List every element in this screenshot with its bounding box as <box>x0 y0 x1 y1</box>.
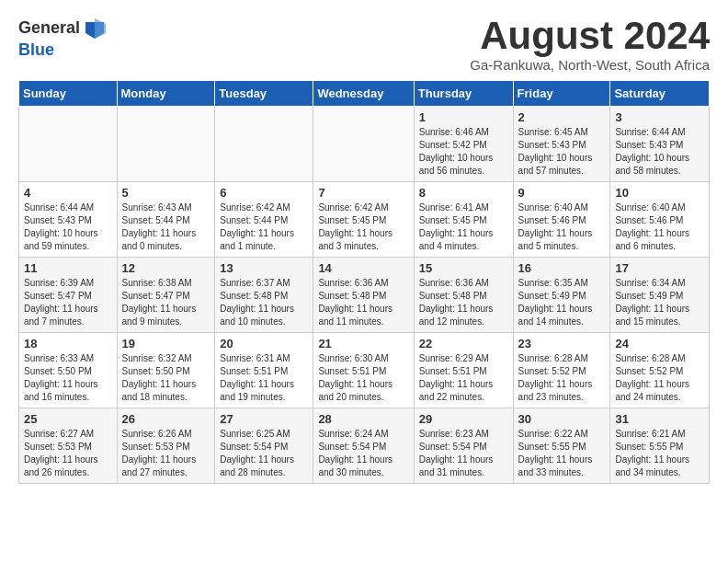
calendar-cell: 23Sunrise: 6:28 AM Sunset: 5:52 PM Dayli… <box>513 333 610 408</box>
calendar-cell: 18Sunrise: 6:33 AM Sunset: 5:50 PM Dayli… <box>19 333 118 408</box>
calendar-week-row: 1Sunrise: 6:46 AM Sunset: 5:42 PM Daylig… <box>19 107 710 182</box>
calendar-cell <box>313 107 414 182</box>
calendar-cell: 1Sunrise: 6:46 AM Sunset: 5:42 PM Daylig… <box>414 107 513 182</box>
day-info: Sunrise: 6:32 AM Sunset: 5:50 PM Dayligh… <box>122 352 210 404</box>
calendar-cell: 17Sunrise: 6:34 AM Sunset: 5:49 PM Dayli… <box>610 258 710 333</box>
calendar-cell <box>19 107 118 182</box>
day-number: 29 <box>419 412 508 426</box>
calendar-cell: 14Sunrise: 6:36 AM Sunset: 5:48 PM Dayli… <box>313 258 414 333</box>
calendar-cell: 2Sunrise: 6:45 AM Sunset: 5:43 PM Daylig… <box>513 107 610 182</box>
calendar-cell: 12Sunrise: 6:38 AM Sunset: 5:47 PM Dayli… <box>117 258 215 333</box>
calendar-cell: 28Sunrise: 6:24 AM Sunset: 5:54 PM Dayli… <box>313 408 414 484</box>
day-info: Sunrise: 6:42 AM Sunset: 5:45 PM Dayligh… <box>318 201 408 253</box>
day-info: Sunrise: 6:43 AM Sunset: 5:44 PM Dayligh… <box>122 201 210 253</box>
logo: General Blue <box>18 15 108 60</box>
page-header: General Blue August 2024 Ga-Rankuwa, Nor… <box>18 15 710 73</box>
logo-blue: Blue <box>18 40 54 60</box>
day-info: Sunrise: 6:34 AM Sunset: 5:49 PM Dayligh… <box>615 277 704 328</box>
calendar-cell: 19Sunrise: 6:32 AM Sunset: 5:50 PM Dayli… <box>117 333 215 408</box>
day-number: 18 <box>24 337 112 350</box>
calendar-cell: 9Sunrise: 6:40 AM Sunset: 5:46 PM Daylig… <box>513 182 610 258</box>
calendar-cell: 10Sunrise: 6:40 AM Sunset: 5:46 PM Dayli… <box>610 182 710 258</box>
day-number: 16 <box>518 261 606 275</box>
day-info: Sunrise: 6:23 AM Sunset: 5:54 PM Dayligh… <box>419 428 508 479</box>
calendar-table: SundayMondayTuesdayWednesdayThursdayFrid… <box>18 80 710 484</box>
calendar-cell: 16Sunrise: 6:35 AM Sunset: 5:49 PM Dayli… <box>513 258 610 333</box>
day-number: 15 <box>419 261 508 275</box>
day-info: Sunrise: 6:36 AM Sunset: 5:48 PM Dayligh… <box>419 277 508 328</box>
calendar-cell: 31Sunrise: 6:21 AM Sunset: 5:55 PM Dayli… <box>610 408 710 484</box>
calendar-cell: 21Sunrise: 6:30 AM Sunset: 5:51 PM Dayli… <box>313 333 414 408</box>
day-info: Sunrise: 6:44 AM Sunset: 5:43 PM Dayligh… <box>24 201 112 253</box>
calendar-cell: 20Sunrise: 6:31 AM Sunset: 5:51 PM Dayli… <box>215 333 313 408</box>
day-number: 14 <box>318 261 408 275</box>
day-number: 6 <box>220 186 308 200</box>
calendar-header-row: SundayMondayTuesdayWednesdayThursdayFrid… <box>19 81 710 107</box>
header-saturday: Saturday <box>610 81 710 107</box>
calendar-cell: 6Sunrise: 6:42 AM Sunset: 5:44 PM Daylig… <box>215 182 313 258</box>
day-info: Sunrise: 6:35 AM Sunset: 5:49 PM Dayligh… <box>518 277 606 328</box>
header-thursday: Thursday <box>414 81 513 107</box>
day-info: Sunrise: 6:22 AM Sunset: 5:55 PM Dayligh… <box>518 428 606 479</box>
day-info: Sunrise: 6:40 AM Sunset: 5:46 PM Dayligh… <box>615 201 704 253</box>
logo-general: General <box>18 18 80 38</box>
day-number: 12 <box>122 261 210 275</box>
day-info: Sunrise: 6:26 AM Sunset: 5:53 PM Dayligh… <box>122 428 210 479</box>
day-info: Sunrise: 6:28 AM Sunset: 5:52 PM Dayligh… <box>615 352 704 404</box>
day-info: Sunrise: 6:46 AM Sunset: 5:42 PM Dayligh… <box>419 126 508 178</box>
logo-icon <box>82 15 108 40</box>
day-number: 20 <box>220 337 308 350</box>
day-info: Sunrise: 6:33 AM Sunset: 5:50 PM Dayligh… <box>24 352 112 404</box>
day-info: Sunrise: 6:37 AM Sunset: 5:48 PM Dayligh… <box>220 277 308 328</box>
day-number: 1 <box>419 110 508 124</box>
day-number: 9 <box>518 186 606 200</box>
day-number: 13 <box>220 261 308 275</box>
calendar-cell <box>215 107 313 182</box>
header-tuesday: Tuesday <box>215 81 313 107</box>
day-number: 10 <box>615 186 704 200</box>
calendar-cell: 15Sunrise: 6:36 AM Sunset: 5:48 PM Dayli… <box>414 258 513 333</box>
calendar-week-row: 11Sunrise: 6:39 AM Sunset: 5:47 PM Dayli… <box>19 258 710 333</box>
header-monday: Monday <box>117 81 215 107</box>
day-info: Sunrise: 6:36 AM Sunset: 5:48 PM Dayligh… <box>318 277 408 328</box>
calendar-cell: 5Sunrise: 6:43 AM Sunset: 5:44 PM Daylig… <box>117 182 215 258</box>
calendar-week-row: 18Sunrise: 6:33 AM Sunset: 5:50 PM Dayli… <box>19 333 710 408</box>
day-info: Sunrise: 6:40 AM Sunset: 5:46 PM Dayligh… <box>518 201 606 253</box>
calendar-cell: 26Sunrise: 6:26 AM Sunset: 5:53 PM Dayli… <box>117 408 215 484</box>
day-info: Sunrise: 6:42 AM Sunset: 5:44 PM Dayligh… <box>220 201 308 253</box>
day-number: 28 <box>318 412 408 426</box>
day-info: Sunrise: 6:45 AM Sunset: 5:43 PM Dayligh… <box>518 126 606 178</box>
day-number: 17 <box>615 261 704 275</box>
calendar-cell: 13Sunrise: 6:37 AM Sunset: 5:48 PM Dayli… <box>215 258 313 333</box>
title-section: August 2024 Ga-Rankuwa, North-West, Sout… <box>470 15 710 73</box>
day-number: 4 <box>24 186 112 200</box>
day-info: Sunrise: 6:44 AM Sunset: 5:43 PM Dayligh… <box>615 126 704 178</box>
day-number: 5 <box>122 186 210 200</box>
day-number: 19 <box>122 337 210 350</box>
day-number: 2 <box>518 110 606 124</box>
month-title: August 2024 <box>470 15 710 57</box>
day-info: Sunrise: 6:31 AM Sunset: 5:51 PM Dayligh… <box>220 352 308 404</box>
day-info: Sunrise: 6:28 AM Sunset: 5:52 PM Dayligh… <box>518 352 606 404</box>
day-info: Sunrise: 6:30 AM Sunset: 5:51 PM Dayligh… <box>318 352 408 404</box>
calendar-cell: 25Sunrise: 6:27 AM Sunset: 5:53 PM Dayli… <box>19 408 118 484</box>
calendar-cell: 27Sunrise: 6:25 AM Sunset: 5:54 PM Dayli… <box>215 408 313 484</box>
day-number: 21 <box>318 337 408 350</box>
calendar-cell: 3Sunrise: 6:44 AM Sunset: 5:43 PM Daylig… <box>610 107 710 182</box>
calendar-cell: 29Sunrise: 6:23 AM Sunset: 5:54 PM Dayli… <box>414 408 513 484</box>
calendar-cell: 24Sunrise: 6:28 AM Sunset: 5:52 PM Dayli… <box>610 333 710 408</box>
day-number: 8 <box>419 186 508 200</box>
calendar-cell: 30Sunrise: 6:22 AM Sunset: 5:55 PM Dayli… <box>513 408 610 484</box>
calendar-cell <box>117 107 215 182</box>
header-sunday: Sunday <box>19 81 118 107</box>
day-info: Sunrise: 6:21 AM Sunset: 5:55 PM Dayligh… <box>615 428 704 479</box>
day-number: 25 <box>24 412 112 426</box>
day-info: Sunrise: 6:25 AM Sunset: 5:54 PM Dayligh… <box>220 428 308 479</box>
calendar-cell: 22Sunrise: 6:29 AM Sunset: 5:51 PM Dayli… <box>414 333 513 408</box>
location-subtitle: Ga-Rankuwa, North-West, South Africa <box>470 57 710 73</box>
day-info: Sunrise: 6:38 AM Sunset: 5:47 PM Dayligh… <box>122 277 210 328</box>
calendar-cell: 8Sunrise: 6:41 AM Sunset: 5:45 PM Daylig… <box>414 182 513 258</box>
day-info: Sunrise: 6:39 AM Sunset: 5:47 PM Dayligh… <box>24 277 112 328</box>
svg-marker-1 <box>95 18 106 39</box>
day-info: Sunrise: 6:41 AM Sunset: 5:45 PM Dayligh… <box>419 201 508 253</box>
